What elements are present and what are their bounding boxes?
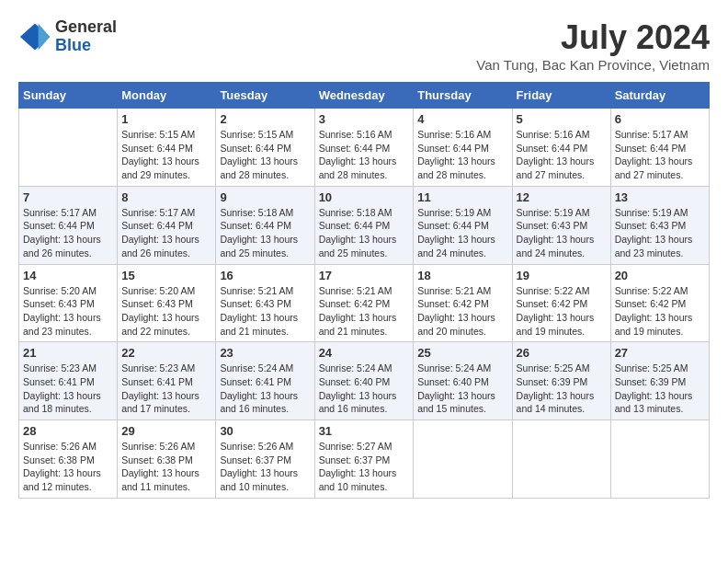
day-number: 7 [23,190,113,204]
day-number: 13 [615,190,705,204]
day-detail: Sunrise: 5:17 AMSunset: 6:44 PMDaylight:… [615,128,705,182]
day-detail: Sunrise: 5:26 AMSunset: 6:37 PMDaylight:… [220,440,310,494]
day-cell: 3Sunrise: 5:16 AMSunset: 6:44 PMDaylight… [314,109,414,187]
col-header-tuesday: Tuesday [216,83,314,109]
day-number: 19 [517,269,607,282]
day-number: 25 [417,346,507,360]
col-header-monday: Monday [118,83,216,109]
logo-icon [18,20,51,53]
day-number: 11 [417,190,507,204]
day-number: 8 [121,190,211,204]
location: Van Tung, Bac Kan Province, Vietnam [476,57,710,73]
week-row-4: 21Sunrise: 5:23 AMSunset: 6:41 PMDayligh… [19,342,710,420]
day-number: 23 [220,346,310,360]
day-number: 24 [319,346,410,360]
day-detail: Sunrise: 5:19 AMSunset: 6:43 PMDaylight:… [517,206,607,260]
day-cell: 6Sunrise: 5:17 AMSunset: 6:44 PMDaylight… [610,109,709,187]
day-cell: 31Sunrise: 5:27 AMSunset: 6:37 PMDayligh… [314,420,414,499]
day-detail: Sunrise: 5:17 AMSunset: 6:44 PMDaylight:… [121,206,211,260]
day-number: 27 [615,346,705,360]
day-detail: Sunrise: 5:25 AMSunset: 6:39 PMDaylight:… [615,362,705,416]
day-cell: 19Sunrise: 5:22 AMSunset: 6:42 PMDayligh… [512,264,610,342]
day-cell [414,420,512,499]
day-detail: Sunrise: 5:20 AMSunset: 6:43 PMDaylight:… [121,284,211,339]
day-detail: Sunrise: 5:23 AMSunset: 6:41 PMDaylight:… [23,362,113,416]
day-number: 17 [319,269,410,282]
day-number: 5 [517,112,607,126]
day-number: 6 [615,112,705,126]
col-header-thursday: Thursday [414,83,512,109]
day-detail: Sunrise: 5:25 AMSunset: 6:39 PMDaylight:… [517,362,607,416]
day-cell: 18Sunrise: 5:21 AMSunset: 6:42 PMDayligh… [414,264,512,342]
day-detail: Sunrise: 5:23 AMSunset: 6:41 PMDaylight:… [121,362,211,416]
day-number: 26 [517,346,607,360]
day-detail: Sunrise: 5:20 AMSunset: 6:43 PMDaylight:… [23,284,113,339]
day-cell: 23Sunrise: 5:24 AMSunset: 6:41 PMDayligh… [216,342,314,420]
day-cell: 27Sunrise: 5:25 AMSunset: 6:39 PMDayligh… [610,342,709,420]
week-row-3: 14Sunrise: 5:20 AMSunset: 6:43 PMDayligh… [19,264,710,342]
day-number: 12 [517,190,607,204]
logo-line2: Blue [55,37,117,55]
day-cell: 28Sunrise: 5:26 AMSunset: 6:38 PMDayligh… [19,420,118,499]
day-detail: Sunrise: 5:26 AMSunset: 6:38 PMDaylight:… [121,440,211,494]
day-detail: Sunrise: 5:18 AMSunset: 6:44 PMDaylight:… [319,206,410,260]
day-cell: 24Sunrise: 5:24 AMSunset: 6:40 PMDayligh… [314,342,414,420]
logo-line1: General [55,18,117,37]
day-detail: Sunrise: 5:15 AMSunset: 6:44 PMDaylight:… [220,128,310,182]
day-number: 31 [319,424,410,438]
day-number: 16 [220,269,310,282]
day-detail: Sunrise: 5:24 AMSunset: 6:40 PMDaylight:… [417,362,507,416]
calendar-table: SundayMondayTuesdayWednesdayThursdayFrid… [18,82,710,499]
day-cell: 13Sunrise: 5:19 AMSunset: 6:43 PMDayligh… [610,186,709,264]
day-detail: Sunrise: 5:19 AMSunset: 6:44 PMDaylight:… [417,206,507,260]
day-number: 20 [615,269,705,282]
day-number: 4 [417,112,507,126]
day-cell: 10Sunrise: 5:18 AMSunset: 6:44 PMDayligh… [314,186,414,264]
day-cell: 30Sunrise: 5:26 AMSunset: 6:37 PMDayligh… [216,420,314,499]
day-cell: 1Sunrise: 5:15 AMSunset: 6:44 PMDaylight… [118,109,216,187]
day-number: 22 [121,346,211,360]
day-cell: 5Sunrise: 5:16 AMSunset: 6:44 PMDaylight… [512,109,610,187]
day-cell: 20Sunrise: 5:22 AMSunset: 6:42 PMDayligh… [610,264,709,342]
week-row-5: 28Sunrise: 5:26 AMSunset: 6:38 PMDayligh… [19,420,710,499]
days-header-row: SundayMondayTuesdayWednesdayThursdayFrid… [19,83,710,109]
day-number: 18 [417,269,507,282]
day-cell: 26Sunrise: 5:25 AMSunset: 6:39 PMDayligh… [512,342,610,420]
day-cell: 15Sunrise: 5:20 AMSunset: 6:43 PMDayligh… [118,264,216,342]
day-number: 2 [220,112,310,126]
col-header-saturday: Saturday [610,83,709,109]
day-detail: Sunrise: 5:19 AMSunset: 6:43 PMDaylight:… [615,206,705,260]
day-detail: Sunrise: 5:24 AMSunset: 6:41 PMDaylight:… [220,362,310,416]
col-header-friday: Friday [512,83,610,109]
day-cell: 12Sunrise: 5:19 AMSunset: 6:43 PMDayligh… [512,186,610,264]
day-cell [610,420,709,499]
day-cell: 25Sunrise: 5:24 AMSunset: 6:40 PMDayligh… [414,342,512,420]
day-detail: Sunrise: 5:22 AMSunset: 6:42 PMDaylight:… [517,284,607,339]
day-cell: 22Sunrise: 5:23 AMSunset: 6:41 PMDayligh… [118,342,216,420]
day-detail: Sunrise: 5:16 AMSunset: 6:44 PMDaylight:… [517,128,607,182]
day-detail: Sunrise: 5:15 AMSunset: 6:44 PMDaylight:… [121,128,211,182]
day-number: 3 [319,112,410,126]
week-row-2: 7Sunrise: 5:17 AMSunset: 6:44 PMDaylight… [19,186,710,264]
logo: General Blue [18,18,117,55]
day-detail: Sunrise: 5:16 AMSunset: 6:44 PMDaylight:… [417,128,507,182]
day-number: 15 [121,269,211,282]
day-detail: Sunrise: 5:27 AMSunset: 6:37 PMDaylight:… [319,440,410,494]
day-cell [512,420,610,499]
month-year: July 2024 [476,18,710,57]
day-cell: 21Sunrise: 5:23 AMSunset: 6:41 PMDayligh… [19,342,118,420]
title-area: July 2024 Van Tung, Bac Kan Province, Vi… [476,18,710,73]
day-detail: Sunrise: 5:26 AMSunset: 6:38 PMDaylight:… [23,440,113,494]
day-number: 21 [23,346,113,360]
col-header-sunday: Sunday [19,83,118,109]
day-number: 30 [220,424,310,438]
week-row-1: 1Sunrise: 5:15 AMSunset: 6:44 PMDaylight… [19,109,710,187]
day-detail: Sunrise: 5:17 AMSunset: 6:44 PMDaylight:… [23,206,113,260]
day-number: 14 [23,269,113,282]
page-header: General Blue July 2024 Van Tung, Bac Kan… [18,18,710,73]
day-number: 9 [220,190,310,204]
day-cell: 8Sunrise: 5:17 AMSunset: 6:44 PMDaylight… [118,186,216,264]
day-number: 10 [319,190,410,204]
day-detail: Sunrise: 5:21 AMSunset: 6:42 PMDaylight:… [319,284,410,339]
svg-marker-1 [39,23,51,50]
